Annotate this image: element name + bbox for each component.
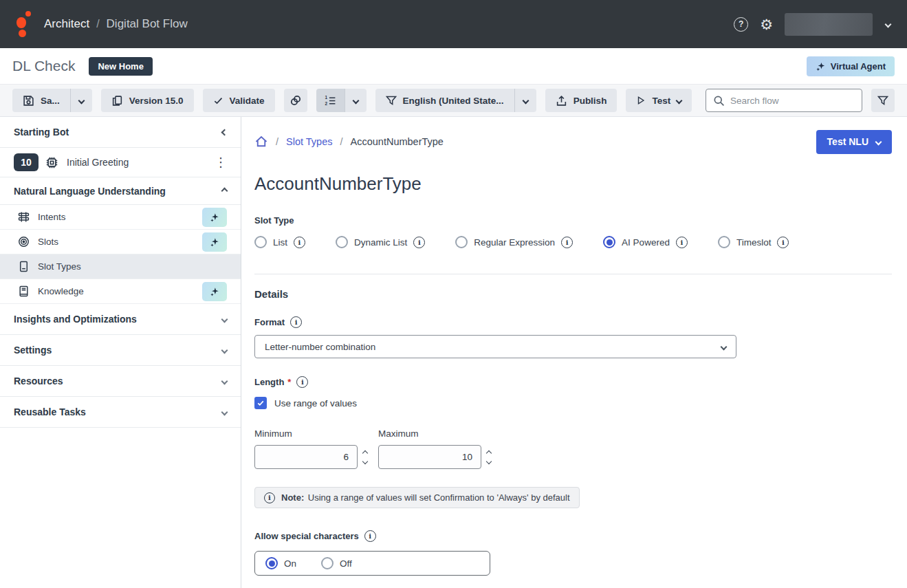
breadcrumb-slot-types-link[interactable]: Slot Types <box>286 136 332 147</box>
radio-option-ai-powered[interactable]: AI Powered i <box>603 236 688 248</box>
sidebar-item-knowledge[interactable]: Knowledge <box>0 279 241 304</box>
funnel-icon <box>386 95 397 106</box>
virtual-agent-label: Virtual Agent <box>831 61 886 72</box>
sparkle-icon <box>210 213 219 222</box>
sidebar-section-starting-bot[interactable]: Starting Bot <box>0 117 241 148</box>
maximum-input[interactable] <box>378 445 481 469</box>
slot-type-radio-group: List i Dynamic List i Regular Expression… <box>254 236 892 248</box>
stepper-down-icon[interactable] <box>362 458 368 464</box>
chevron-down-icon[interactable] <box>221 347 228 353</box>
help-icon[interactable]: ? <box>734 17 748 32</box>
search-flow-input[interactable] <box>730 96 855 106</box>
ai-sparkle-button[interactable] <box>202 282 227 301</box>
radio-icon[interactable] <box>321 557 334 569</box>
radio-icon-selected[interactable] <box>265 557 278 569</box>
stepper-up-icon[interactable] <box>486 450 492 455</box>
save-button[interactable]: Sa... <box>12 89 70 112</box>
collapse-sidebar-icon[interactable] <box>221 129 228 135</box>
info-icon[interactable]: i <box>777 237 789 248</box>
language-split-button: English (United State... <box>375 89 536 112</box>
language-button[interactable]: English (United State... <box>375 89 514 112</box>
sidebar-item-slot-types[interactable]: Slot Types <box>0 254 241 279</box>
info-icon[interactable]: i <box>561 237 573 248</box>
chevron-down-icon[interactable] <box>221 409 228 415</box>
sidebar-item-label: Slots <box>38 237 58 247</box>
ai-sparkle-button[interactable] <box>202 232 227 252</box>
search-icon <box>713 95 725 107</box>
test-button[interactable]: Test <box>626 89 692 112</box>
radio-label: On <box>284 558 296 569</box>
radio-option-dynamic-list[interactable]: Dynamic List i <box>336 236 425 248</box>
info-icon[interactable]: i <box>294 237 305 248</box>
chevron-down-icon[interactable] <box>221 378 228 384</box>
chevron-down-icon[interactable] <box>221 316 228 323</box>
knowledge-icon <box>18 285 30 297</box>
sidebar-item-initial-greeting[interactable]: 10 Initial Greeting ⋮ <box>0 148 241 177</box>
radio-icon[interactable] <box>254 236 267 248</box>
user-account-redacted[interactable] <box>785 13 873 36</box>
gear-icon[interactable]: ⚙ <box>760 17 773 32</box>
numbered-list-button[interactable]: 12 <box>316 89 345 112</box>
search-filter-button[interactable] <box>871 89 895 112</box>
link-button[interactable] <box>284 89 307 112</box>
info-icon[interactable]: i <box>296 376 308 388</box>
numbered-list-icon: 12 <box>325 95 336 107</box>
radio-option-on[interactable]: On <box>265 557 296 569</box>
radio-icon[interactable] <box>336 236 348 248</box>
format-select[interactable]: Letter-number combination <box>254 335 736 358</box>
chevron-down-icon[interactable] <box>885 21 892 28</box>
radio-icon[interactable] <box>718 236 730 248</box>
radio-option-timeslot[interactable]: Timeslot i <box>718 236 789 248</box>
search-flow-box <box>706 89 862 112</box>
checkbox-checked-icon[interactable] <box>254 397 267 409</box>
radio-option-off[interactable]: Off <box>321 557 352 569</box>
radio-icon[interactable] <box>455 236 468 248</box>
info-icon[interactable]: i <box>413 237 425 248</box>
radio-label: List <box>273 237 287 248</box>
sidebar-section-nlu[interactable]: Natural Language Understanding <box>0 177 241 205</box>
use-range-label: Use range of values <box>274 398 357 409</box>
publish-button[interactable]: Publish <box>545 89 618 112</box>
minimum-input[interactable] <box>254 445 358 469</box>
sidebar-section-reusable-tasks[interactable]: Reusable Tasks <box>0 397 241 428</box>
minimum-label: Minimum <box>254 428 367 439</box>
validate-button[interactable]: Validate <box>203 89 275 112</box>
breadcrumb-separator: / <box>340 136 342 147</box>
sidebar-item-slots[interactable]: Slots <box>0 230 241 254</box>
radio-option-regular-expression[interactable]: Regular Expression i <box>455 236 573 248</box>
sidebar-section-insights[interactable]: Insights and Optimizations <box>0 304 241 335</box>
sidebar-section-settings[interactable]: Settings <box>0 335 241 366</box>
ai-sparkle-button[interactable] <box>202 208 227 227</box>
kebab-menu-icon[interactable]: ⋮ <box>215 156 227 168</box>
radio-option-list[interactable]: List i <box>254 236 305 248</box>
chevron-up-icon[interactable] <box>221 188 228 195</box>
intents-icon <box>18 211 30 223</box>
new-home-badge[interactable]: New Home <box>89 57 152 76</box>
stepper-down-icon[interactable] <box>486 458 492 464</box>
test-nlu-button[interactable]: Test NLU <box>816 130 892 154</box>
sidebar: Starting Bot 10 Initial Greeting ⋮ Natur… <box>0 117 241 588</box>
info-icon[interactable]: i <box>676 237 688 248</box>
home-icon[interactable] <box>254 135 268 149</box>
sidebar-section-resources[interactable]: Resources <box>0 366 241 397</box>
version-label: Version 15.0 <box>129 96 184 106</box>
breadcrumb: / Slot Types / AccountNumberType Test NL… <box>254 129 892 154</box>
radio-label: Timeslot <box>736 237 772 248</box>
breadcrumb-separator: / <box>96 18 99 30</box>
initial-greeting-label: Initial Greeting <box>67 157 129 168</box>
info-icon[interactable]: i <box>290 316 302 328</box>
maximum-label: Maximum <box>378 428 491 439</box>
use-range-checkbox-row[interactable]: Use range of values <box>254 397 892 409</box>
list-view-menu-button[interactable] <box>345 89 367 112</box>
sidebar-item-intents[interactable]: Intents <box>0 205 241 230</box>
versions-icon <box>111 95 123 107</box>
radio-label: AI Powered <box>622 237 670 248</box>
radio-icon-selected[interactable] <box>603 236 615 248</box>
save-menu-button[interactable] <box>70 89 92 112</box>
sidebar-item-label: Slot Types <box>38 261 81 272</box>
version-button[interactable]: Version 15.0 <box>101 89 194 112</box>
virtual-agent-button[interactable]: Virtual Agent <box>807 56 895 76</box>
info-icon[interactable]: i <box>364 530 376 542</box>
stepper-up-icon[interactable] <box>362 450 368 455</box>
language-menu-button[interactable] <box>514 89 536 112</box>
